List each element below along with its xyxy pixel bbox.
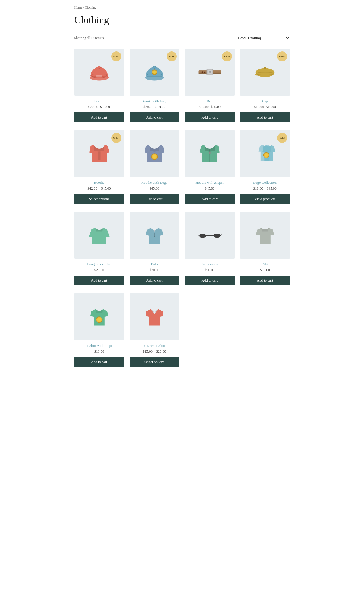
product-image-wrap bbox=[185, 130, 235, 177]
product-image bbox=[135, 299, 174, 335]
add-to-cart-button[interactable]: Add to cart bbox=[240, 112, 290, 122]
svg-point-36 bbox=[97, 318, 101, 322]
add-to-cart-button[interactable]: Add to cart bbox=[74, 357, 124, 367]
product-name: Long Sleeve Tee bbox=[87, 262, 111, 266]
product-price: $18.00 – $45.00 bbox=[253, 186, 277, 191]
product-price: $20.00 $18.00 bbox=[88, 105, 110, 109]
svg-rect-3 bbox=[96, 75, 102, 77]
product-name: T-Shirt bbox=[260, 262, 270, 266]
svg-point-28 bbox=[154, 233, 155, 235]
product-name: Logo Collection bbox=[253, 180, 277, 185]
product-card: Hoodie with Zipper $45.00 Add to cart bbox=[185, 130, 235, 204]
svg-line-34 bbox=[220, 235, 221, 236]
product-price: $18.00 bbox=[94, 349, 104, 354]
product-name: Hoodie with Zipper bbox=[195, 180, 224, 185]
product-name: Hoodie bbox=[94, 180, 104, 185]
product-card: Long Sleeve Tee $25.00 Add to cart bbox=[74, 212, 124, 285]
svg-rect-30 bbox=[199, 234, 206, 238]
product-name: T-Shirt with Logo bbox=[86, 343, 112, 348]
product-card: Sunglasses $90.00 Add to cart bbox=[185, 212, 235, 285]
product-price: $15.00 – $20.00 bbox=[143, 349, 166, 354]
product-card: Sale! Beanie $20.00 $18.00 Add to cart bbox=[74, 49, 124, 122]
sale-badge: Sale! bbox=[222, 51, 232, 61]
add-to-cart-button[interactable]: Add to cart bbox=[130, 112, 179, 122]
svg-rect-31 bbox=[214, 234, 220, 238]
breadcrumb: Home / Clothing bbox=[74, 6, 290, 10]
product-card: Hoodie with Logo $45.00 Add to cart bbox=[130, 130, 179, 204]
add-to-cart-button[interactable]: Add to cart bbox=[185, 276, 235, 285]
view-products-button[interactable]: View products bbox=[240, 194, 290, 204]
product-price: $90.00 bbox=[205, 268, 215, 272]
svg-point-4 bbox=[98, 66, 100, 69]
product-card: Polo $20.00 Add to cart bbox=[130, 212, 179, 285]
product-image-wrap: Sale! bbox=[240, 49, 290, 96]
sale-badge: Sale! bbox=[111, 133, 121, 143]
svg-point-7 bbox=[153, 66, 156, 69]
product-image-wrap: Sale! bbox=[74, 130, 124, 177]
products-grid: Sale! Beanie $20.00 $18.00 Add to cart S… bbox=[74, 49, 290, 367]
product-image-wrap bbox=[74, 293, 124, 340]
product-name: Hoodie with Logo bbox=[141, 180, 167, 185]
product-image bbox=[80, 217, 119, 253]
svg-point-16 bbox=[201, 72, 203, 73]
svg-point-20 bbox=[264, 67, 266, 69]
product-price: $42.00 – $45.00 bbox=[87, 186, 111, 191]
sale-badge: Sale! bbox=[167, 51, 177, 61]
sale-badge: Sale! bbox=[277, 133, 287, 143]
svg-point-21 bbox=[256, 72, 274, 75]
product-name: Belt bbox=[207, 99, 213, 103]
product-card: T-Shirt with Logo $18.00 Add to cart bbox=[74, 293, 124, 367]
page-title: Clothing bbox=[74, 14, 290, 26]
product-image bbox=[135, 217, 174, 253]
product-card: V-Neck T-Shirt $15.00 – $20.00 Select op… bbox=[130, 293, 179, 367]
product-card: Sale! Cap $18.00 $16.00 Add to cart bbox=[240, 49, 290, 122]
svg-point-17 bbox=[204, 72, 205, 73]
svg-line-33 bbox=[198, 235, 199, 236]
product-card: Sale! Belt $65.00 $55.00 Add to cart bbox=[185, 49, 235, 122]
product-card: Sale! Beanie with Logo $20.00 $18.00 Add… bbox=[130, 49, 179, 122]
product-price: $18.00 $16.00 bbox=[254, 105, 276, 109]
sale-badge: Sale! bbox=[277, 51, 287, 61]
add-to-cart-button[interactable]: Add to cart bbox=[130, 194, 179, 204]
select-options-button[interactable]: Select options bbox=[74, 194, 124, 204]
add-to-cart-button[interactable]: Add to cart bbox=[74, 276, 124, 285]
product-card: T-Shirt $18.00 Add to cart bbox=[240, 212, 290, 285]
product-image-wrap bbox=[130, 293, 179, 340]
product-image-wrap bbox=[74, 212, 124, 259]
toolbar: Showing all 14 results Default sorting S… bbox=[74, 34, 290, 42]
product-name: Polo bbox=[151, 262, 158, 266]
result-count: Showing all 14 results bbox=[74, 36, 104, 40]
product-image-wrap: Sale! bbox=[185, 49, 235, 96]
product-price: $20.00 $18.00 bbox=[143, 105, 165, 109]
sale-badge: Sale! bbox=[111, 51, 121, 61]
product-image-wrap: Sale! bbox=[130, 49, 179, 96]
add-to-cart-button[interactable]: Add to cart bbox=[185, 112, 235, 122]
svg-point-29 bbox=[154, 235, 155, 237]
product-image-wrap bbox=[130, 130, 179, 177]
breadcrumb-home[interactable]: Home bbox=[74, 6, 82, 9]
product-image-wrap bbox=[240, 212, 290, 259]
product-image-wrap: Sale! bbox=[240, 130, 290, 177]
breadcrumb-current: Clothing bbox=[85, 6, 96, 9]
add-to-cart-button[interactable]: Add to cart bbox=[240, 276, 290, 285]
product-price: $45.00 bbox=[150, 186, 159, 191]
product-image-wrap bbox=[185, 212, 235, 259]
select-options-button[interactable]: Select options bbox=[130, 357, 179, 367]
svg-point-27 bbox=[265, 153, 268, 157]
product-name: Cap bbox=[262, 99, 268, 103]
svg-point-15 bbox=[209, 71, 211, 73]
svg-point-23 bbox=[152, 155, 156, 159]
sort-select[interactable]: Default sorting Sort by popularity Sort … bbox=[234, 34, 290, 42]
product-name: V-Neck T-Shirt bbox=[143, 343, 165, 348]
product-price: $20.00 bbox=[150, 268, 159, 272]
product-image bbox=[190, 217, 229, 253]
product-image bbox=[190, 136, 229, 172]
add-to-cart-button[interactable]: Add to cart bbox=[130, 276, 179, 285]
product-name: Beanie with Logo bbox=[142, 99, 167, 103]
product-image bbox=[135, 136, 174, 172]
svg-rect-25 bbox=[209, 152, 210, 154]
add-to-cart-button[interactable]: Add to cart bbox=[185, 194, 235, 204]
product-card: Sale! Hoodie $42.00 – $45.00 Select opti… bbox=[74, 130, 124, 204]
product-price: $45.00 bbox=[205, 186, 215, 191]
add-to-cart-button[interactable]: Add to cart bbox=[74, 112, 124, 122]
